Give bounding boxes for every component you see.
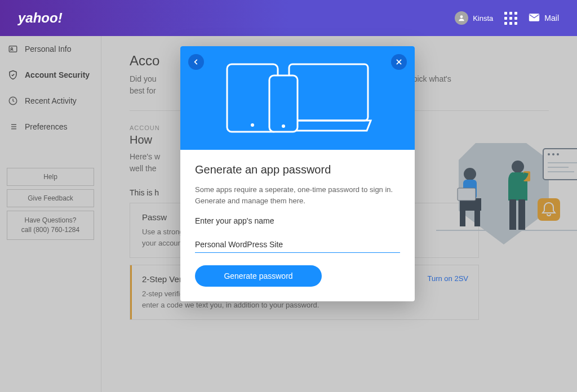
svg-rect-32 [289, 64, 368, 121]
avatar-icon [455, 11, 468, 25]
devices-icon [221, 59, 374, 137]
username: Kinsta [473, 14, 493, 23]
user-menu[interactable]: Kinsta [455, 11, 493, 25]
svg-rect-1 [529, 14, 539, 21]
generate-password-button[interactable]: Generate password [195, 265, 322, 287]
mail-link[interactable]: Mail [529, 13, 559, 24]
modal-hero [180, 46, 415, 150]
modal-title: Generate an app password [195, 163, 400, 176]
chevron-left-icon [192, 58, 200, 66]
svg-point-34 [282, 124, 285, 128]
app-launcher-icon[interactable] [504, 12, 517, 25]
svg-point-31 [251, 123, 254, 127]
app-name-input[interactable] [195, 237, 400, 253]
back-button[interactable] [188, 54, 204, 70]
header: yahoo! Kinsta Mail [0, 0, 577, 36]
svg-point-0 [460, 15, 463, 18]
modal-desc: Some apps require a seperate, one-time p… [195, 184, 400, 206]
close-button[interactable] [391, 54, 407, 70]
modal-input-label: Enter your app's name [195, 216, 400, 225]
close-icon [395, 58, 403, 66]
mail-icon [529, 13, 540, 24]
mail-label: Mail [544, 14, 559, 23]
yahoo-logo[interactable]: yahoo! [18, 10, 63, 26]
svg-rect-33 [269, 75, 298, 132]
modal-generate-app-password: Generate an app password Some apps requi… [180, 46, 415, 301]
